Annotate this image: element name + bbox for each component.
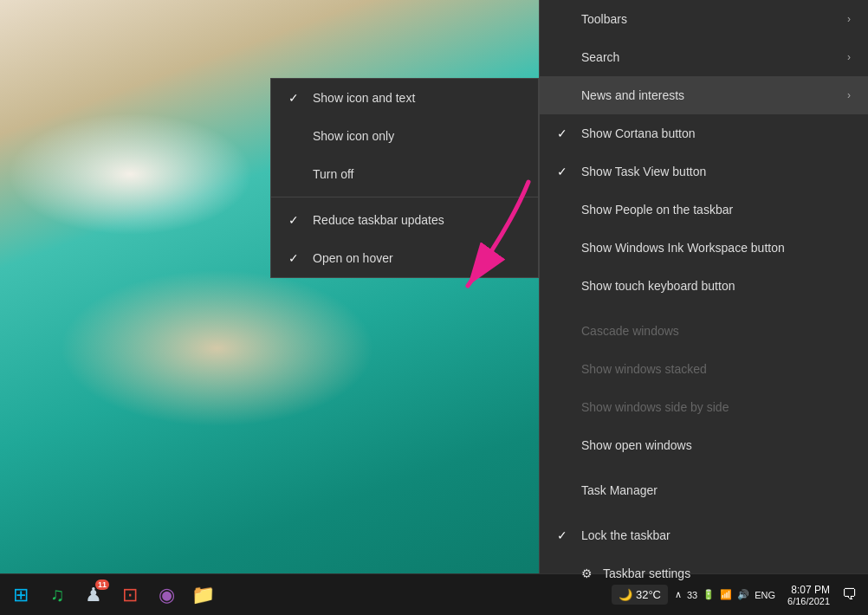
label-taskbarsettings: Taskbar settings <box>603 566 851 580</box>
taskbar-app-icons: ⊞♫♟⊡◉📁 <box>0 578 223 612</box>
menu-item-news[interactable]: News and interests› <box>540 76 868 114</box>
check-locktaskbar: ✓ <box>557 528 574 542</box>
menu-item-keyboard[interactable]: Show touch keyboard button <box>540 267 868 305</box>
submenu-label-open-hover: Open on hover <box>313 251 393 265</box>
menu-item-cascade: Cascade windows <box>540 312 868 350</box>
label-cortana: Show Cortana button <box>581 126 851 140</box>
arrow-news: › <box>847 89 851 101</box>
submenu-item-turn-off[interactable]: Turn off <box>271 155 538 193</box>
submenu-item-show-icon-only[interactable]: Show icon only <box>271 117 538 155</box>
desktop: Toolbars›Search›News and interests›✓Show… <box>0 0 868 615</box>
submenu-item-reduce-updates[interactable]: ✓Reduce taskbar updates <box>271 201 538 239</box>
taskbar-icon-files[interactable]: 📁 <box>185 578 220 612</box>
submenu-label-show-icon-text: Show icon and text <box>313 91 415 105</box>
submenu-label-turn-off: Turn off <box>313 167 353 181</box>
label-ink: Show Windows Ink Workspace button <box>581 241 851 255</box>
menu-item-taskmanager[interactable]: Task Manager <box>540 471 868 509</box>
label-openwindows: Show open windows <box>581 438 851 452</box>
label-cascade: Cascade windows <box>581 324 851 338</box>
submenu-item-show-icon-text[interactable]: ✓Show icon and text <box>271 79 538 117</box>
taskbar-icon-browser[interactable]: ◉ <box>149 578 184 612</box>
submenu-item-open-hover[interactable]: ✓Open on hover <box>271 239 538 277</box>
menu-item-sidebyside: Show windows side by side <box>540 388 868 426</box>
label-stacked: Show windows stacked <box>581 362 851 376</box>
taskbar-icon-steam[interactable]: ♟ <box>76 578 111 612</box>
clock-date: 6/16/2021 <box>787 596 830 606</box>
menu-item-taskbarsettings[interactable]: ⚙Taskbar settings <box>540 554 868 592</box>
submenu-check-show-icon-text: ✓ <box>288 91 306 105</box>
label-news: News and interests <box>581 88 847 102</box>
check-cortana: ✓ <box>557 126 574 140</box>
label-taskview: Show Task View button <box>581 165 851 178</box>
submenu-check-open-hover: ✓ <box>288 251 306 265</box>
arrow-toolbars: › <box>847 13 851 25</box>
submenu-label-show-icon-only: Show icon only <box>313 129 394 143</box>
menu-item-toolbars[interactable]: Toolbars› <box>540 0 868 38</box>
menu-item-cortana[interactable]: ✓Show Cortana button <box>540 114 868 152</box>
label-people: Show People on the taskbar <box>581 203 851 217</box>
check-taskview: ✓ <box>557 165 574 178</box>
arrow-search: › <box>847 51 851 63</box>
menu-item-stacked: Show windows stacked <box>540 350 868 388</box>
menu-item-openwindows[interactable]: Show open windows <box>540 426 868 464</box>
menu-item-taskview[interactable]: ✓Show Task View button <box>540 152 868 191</box>
submenu-divider-reduce-updates <box>271 197 538 197</box>
menu-item-ink[interactable]: Show Windows Ink Workspace button <box>540 229 868 267</box>
menu-item-search[interactable]: Search› <box>540 38 868 76</box>
context-menu-main: Toolbars›Search›News and interests›✓Show… <box>539 0 868 573</box>
menu-item-locktaskbar[interactable]: ✓Lock the taskbar <box>540 516 868 554</box>
label-locktaskbar: Lock the taskbar <box>581 528 851 542</box>
menu-item-people[interactable]: Show People on the taskbar <box>540 191 868 229</box>
gear-icon: ⚙ <box>581 566 593 580</box>
label-keyboard: Show touch keyboard button <box>581 279 851 293</box>
taskbar-icon-store[interactable]: ⊞ <box>3 578 38 612</box>
submenu-news: ✓Show icon and textShow icon onlyTurn of… <box>270 78 539 278</box>
taskbar-icon-rdp[interactable]: ⊡ <box>113 578 147 612</box>
label-toolbars: Toolbars <box>581 12 847 26</box>
taskbar-icon-spotify[interactable]: ♫ <box>40 578 74 612</box>
label-taskmanager: Task Manager <box>581 483 851 497</box>
submenu-label-reduce-updates: Reduce taskbar updates <box>313 213 444 227</box>
label-sidebyside: Show windows side by side <box>581 400 851 414</box>
submenu-check-reduce-updates: ✓ <box>288 213 306 227</box>
label-search: Search <box>581 50 847 64</box>
